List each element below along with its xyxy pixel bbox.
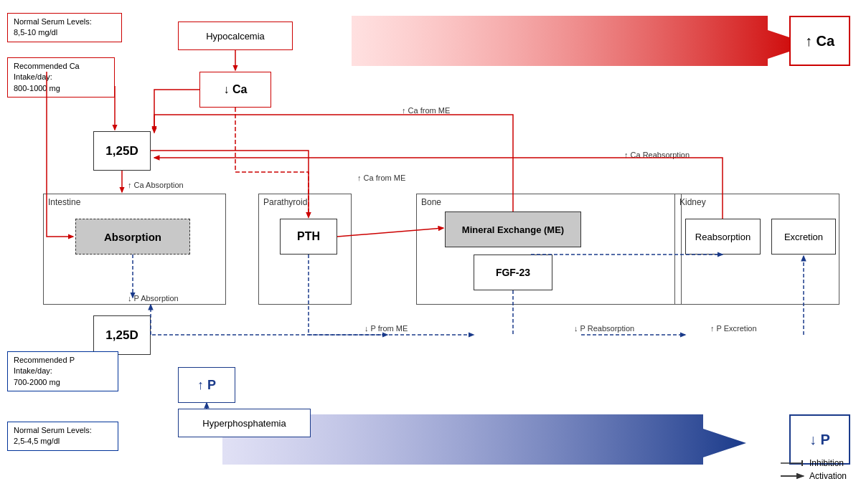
p-reabsorption-label: ↓ P Reabsorption [574, 324, 634, 333]
inhibition-icon [781, 459, 809, 467]
up-ca-label: ↑ Ca [805, 33, 834, 49]
up-p-label: ↑ P [197, 378, 216, 393]
normal-serum-ca: Normal Serum Levels:8,5-10 mg/dl [14, 17, 92, 37]
pth-box: PTH [280, 219, 337, 255]
mineral-exchange-label: Mineral Exchange (ME) [462, 224, 564, 235]
recommended-ca-box: Recommended CaIntake/day:800-1000 mg [7, 57, 115, 98]
up-ca-box: ↑ Ca [789, 16, 850, 66]
legend-inhibition: Inhibition [781, 458, 847, 468]
normal-serum-p: Normal Serum Levels:2,5-4,5 mg/dl [14, 426, 92, 445]
hypocalcemia-box: Hypocalcemia [178, 22, 293, 50]
ca-reabsorption-label: ↑ Ca Reabsorption [624, 151, 690, 159]
normal-serum-p-box: Normal Serum Levels:2,5-4,5 mg/dl [7, 422, 118, 451]
vitamin-d-bot-label: 1,25D [105, 328, 138, 343]
parathyroid-label: Parathyroid [263, 197, 307, 207]
legend: Inhibition Activation [781, 458, 847, 484]
absorption-label: Absorption [104, 231, 161, 243]
hypocalcemia-label: Hypocalcemia [206, 31, 265, 42]
ca-from-me-top-label: ↑ Ca from ME [402, 106, 450, 115]
down-ca-label: ↓ Ca [224, 83, 248, 96]
kidney-label: Kidney [679, 197, 706, 207]
vitamin-d-bot-box: 1,25D [93, 315, 151, 355]
reabsorption-label: Reabsorption [695, 232, 751, 242]
activation-label: Activation [809, 471, 847, 481]
legend-activation: Activation [781, 471, 847, 481]
normal-serum-ca-box: Normal Serum Levels:8,5-10 mg/dl [7, 13, 122, 42]
vitamin-d-top-box: 1,25D [93, 131, 151, 171]
fgf23-label: FGF-23 [496, 267, 530, 278]
inhibition-label: Inhibition [809, 458, 844, 468]
fgf23-box: FGF-23 [474, 255, 552, 290]
intestine-label: Intestine [48, 197, 80, 207]
hyperphosphatemia-label: Hyperphosphatemia [202, 418, 286, 429]
ca-absorption-label: ↑ Ca Absorption [128, 181, 184, 189]
recommended-ca: Recommended CaIntake/day:800-1000 mg [14, 62, 80, 92]
down-p-box: ↓ P [789, 414, 850, 465]
p-absorption-label: ↓ P Absorption [128, 294, 179, 303]
excretion-label: Excretion [784, 232, 823, 242]
hyperphosphatemia-box: Hyperphosphatemia [178, 409, 311, 437]
vitamin-d-top-label: 1,25D [105, 144, 138, 158]
recommended-p-box: Recommended PIntake/day:700-2000 mg [7, 351, 118, 391]
down-p-label: ↓ P [809, 432, 830, 448]
p-excretion-label: ↑ P Excretion [710, 324, 757, 333]
activation-icon [781, 472, 809, 480]
up-p-box: ↑ P [178, 367, 235, 403]
down-ca-box: ↓ Ca [199, 72, 271, 108]
bone-label: Bone [421, 197, 441, 207]
absorption-box: Absorption [75, 219, 190, 255]
ca-from-me-pth-label: ↑ Ca from ME [357, 173, 405, 182]
svg-marker-6 [352, 16, 811, 66]
mineral-exchange-box: Mineral Exchange (ME) [445, 211, 581, 247]
diagram: ↑ Ca ↓ P Normal Serum Levels:8,5-10 mg/d… [0, 0, 861, 504]
reabsorption-box: Reabsorption [685, 219, 761, 255]
excretion-box: Excretion [771, 219, 836, 255]
pth-label: PTH [297, 230, 320, 243]
recommended-p: Recommended PIntake/day:700-2000 mg [14, 356, 75, 386]
p-from-me-label: ↓ P from ME [364, 324, 408, 333]
